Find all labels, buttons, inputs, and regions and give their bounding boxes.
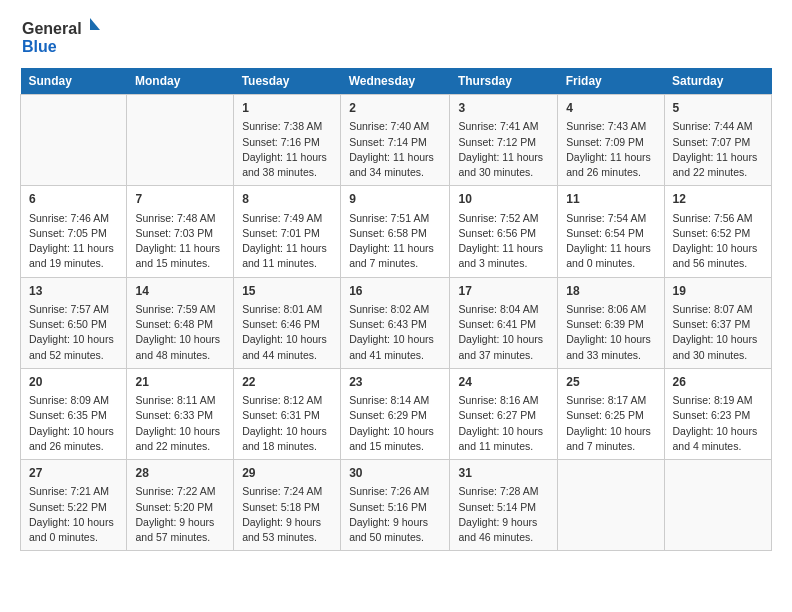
week-row-5: 27Sunrise: 7:21 AM Sunset: 5:22 PM Dayli… (21, 460, 772, 551)
day-number: 21 (135, 374, 225, 391)
logo: GeneralBlue (20, 16, 100, 56)
cell-info: Sunrise: 7:44 AM Sunset: 7:07 PM Dayligh… (673, 119, 764, 180)
day-number: 11 (566, 191, 655, 208)
cell-info: Sunrise: 7:28 AM Sunset: 5:14 PM Dayligh… (458, 484, 549, 545)
day-number: 8 (242, 191, 332, 208)
calendar-cell: 25Sunrise: 8:17 AM Sunset: 6:25 PM Dayli… (558, 368, 664, 459)
day-number: 17 (458, 283, 549, 300)
calendar-cell: 18Sunrise: 8:06 AM Sunset: 6:39 PM Dayli… (558, 277, 664, 368)
day-header-saturday: Saturday (664, 68, 772, 95)
calendar-cell (558, 460, 664, 551)
day-number: 9 (349, 191, 441, 208)
cell-info: Sunrise: 7:22 AM Sunset: 5:20 PM Dayligh… (135, 484, 225, 545)
day-number: 29 (242, 465, 332, 482)
svg-marker-1 (90, 18, 100, 30)
calendar-cell: 7Sunrise: 7:48 AM Sunset: 7:03 PM Daylig… (127, 186, 234, 277)
calendar-cell: 3Sunrise: 7:41 AM Sunset: 7:12 PM Daylig… (450, 95, 558, 186)
day-header-monday: Monday (127, 68, 234, 95)
calendar-cell: 22Sunrise: 8:12 AM Sunset: 6:31 PM Dayli… (234, 368, 341, 459)
cell-info: Sunrise: 8:17 AM Sunset: 6:25 PM Dayligh… (566, 393, 655, 454)
day-header-friday: Friday (558, 68, 664, 95)
day-number: 5 (673, 100, 764, 117)
cell-info: Sunrise: 8:09 AM Sunset: 6:35 PM Dayligh… (29, 393, 118, 454)
day-number: 15 (242, 283, 332, 300)
calendar-cell: 15Sunrise: 8:01 AM Sunset: 6:46 PM Dayli… (234, 277, 341, 368)
day-number: 13 (29, 283, 118, 300)
cell-info: Sunrise: 8:14 AM Sunset: 6:29 PM Dayligh… (349, 393, 441, 454)
cell-info: Sunrise: 7:52 AM Sunset: 6:56 PM Dayligh… (458, 211, 549, 272)
calendar-cell: 1Sunrise: 7:38 AM Sunset: 7:16 PM Daylig… (234, 95, 341, 186)
calendar-cell: 31Sunrise: 7:28 AM Sunset: 5:14 PM Dayli… (450, 460, 558, 551)
cell-info: Sunrise: 8:06 AM Sunset: 6:39 PM Dayligh… (566, 302, 655, 363)
cell-info: Sunrise: 7:40 AM Sunset: 7:14 PM Dayligh… (349, 119, 441, 180)
cell-info: Sunrise: 8:04 AM Sunset: 6:41 PM Dayligh… (458, 302, 549, 363)
cell-info: Sunrise: 7:59 AM Sunset: 6:48 PM Dayligh… (135, 302, 225, 363)
cell-info: Sunrise: 7:21 AM Sunset: 5:22 PM Dayligh… (29, 484, 118, 545)
day-number: 10 (458, 191, 549, 208)
week-row-2: 6Sunrise: 7:46 AM Sunset: 7:05 PM Daylig… (21, 186, 772, 277)
week-row-1: 1Sunrise: 7:38 AM Sunset: 7:16 PM Daylig… (21, 95, 772, 186)
day-number: 12 (673, 191, 764, 208)
cell-info: Sunrise: 7:57 AM Sunset: 6:50 PM Dayligh… (29, 302, 118, 363)
day-number: 24 (458, 374, 549, 391)
day-number: 31 (458, 465, 549, 482)
header: GeneralBlue (20, 16, 772, 56)
cell-info: Sunrise: 7:54 AM Sunset: 6:54 PM Dayligh… (566, 211, 655, 272)
calendar-cell: 11Sunrise: 7:54 AM Sunset: 6:54 PM Dayli… (558, 186, 664, 277)
cell-info: Sunrise: 8:11 AM Sunset: 6:33 PM Dayligh… (135, 393, 225, 454)
day-number: 2 (349, 100, 441, 117)
calendar-cell: 5Sunrise: 7:44 AM Sunset: 7:07 PM Daylig… (664, 95, 772, 186)
day-number: 4 (566, 100, 655, 117)
calendar-cell: 21Sunrise: 8:11 AM Sunset: 6:33 PM Dayli… (127, 368, 234, 459)
calendar-cell: 17Sunrise: 8:04 AM Sunset: 6:41 PM Dayli… (450, 277, 558, 368)
calendar-cell: 4Sunrise: 7:43 AM Sunset: 7:09 PM Daylig… (558, 95, 664, 186)
day-number: 20 (29, 374, 118, 391)
calendar-cell: 10Sunrise: 7:52 AM Sunset: 6:56 PM Dayli… (450, 186, 558, 277)
cell-info: Sunrise: 7:38 AM Sunset: 7:16 PM Dayligh… (242, 119, 332, 180)
calendar-cell: 24Sunrise: 8:16 AM Sunset: 6:27 PM Dayli… (450, 368, 558, 459)
cell-info: Sunrise: 8:01 AM Sunset: 6:46 PM Dayligh… (242, 302, 332, 363)
day-number: 19 (673, 283, 764, 300)
calendar-cell: 13Sunrise: 7:57 AM Sunset: 6:50 PM Dayli… (21, 277, 127, 368)
day-number: 30 (349, 465, 441, 482)
calendar-cell: 16Sunrise: 8:02 AM Sunset: 6:43 PM Dayli… (341, 277, 450, 368)
logo-svg: GeneralBlue (20, 16, 100, 56)
calendar-cell: 26Sunrise: 8:19 AM Sunset: 6:23 PM Dayli… (664, 368, 772, 459)
cell-info: Sunrise: 7:43 AM Sunset: 7:09 PM Dayligh… (566, 119, 655, 180)
calendar-cell (664, 460, 772, 551)
cell-info: Sunrise: 7:46 AM Sunset: 7:05 PM Dayligh… (29, 211, 118, 272)
cell-info: Sunrise: 7:24 AM Sunset: 5:18 PM Dayligh… (242, 484, 332, 545)
svg-text:General: General (22, 20, 82, 37)
calendar-cell: 28Sunrise: 7:22 AM Sunset: 5:20 PM Dayli… (127, 460, 234, 551)
calendar-cell: 9Sunrise: 7:51 AM Sunset: 6:58 PM Daylig… (341, 186, 450, 277)
week-row-4: 20Sunrise: 8:09 AM Sunset: 6:35 PM Dayli… (21, 368, 772, 459)
cell-info: Sunrise: 8:07 AM Sunset: 6:37 PM Dayligh… (673, 302, 764, 363)
cell-info: Sunrise: 7:26 AM Sunset: 5:16 PM Dayligh… (349, 484, 441, 545)
header-row: SundayMondayTuesdayWednesdayThursdayFrid… (21, 68, 772, 95)
calendar-cell: 23Sunrise: 8:14 AM Sunset: 6:29 PM Dayli… (341, 368, 450, 459)
calendar-cell: 14Sunrise: 7:59 AM Sunset: 6:48 PM Dayli… (127, 277, 234, 368)
day-number: 22 (242, 374, 332, 391)
calendar-cell: 2Sunrise: 7:40 AM Sunset: 7:14 PM Daylig… (341, 95, 450, 186)
day-number: 6 (29, 191, 118, 208)
cell-info: Sunrise: 7:41 AM Sunset: 7:12 PM Dayligh… (458, 119, 549, 180)
calendar-cell: 6Sunrise: 7:46 AM Sunset: 7:05 PM Daylig… (21, 186, 127, 277)
calendar-cell: 19Sunrise: 8:07 AM Sunset: 6:37 PM Dayli… (664, 277, 772, 368)
cell-info: Sunrise: 7:51 AM Sunset: 6:58 PM Dayligh… (349, 211, 441, 272)
day-header-wednesday: Wednesday (341, 68, 450, 95)
calendar-cell: 27Sunrise: 7:21 AM Sunset: 5:22 PM Dayli… (21, 460, 127, 551)
day-number: 3 (458, 100, 549, 117)
day-header-sunday: Sunday (21, 68, 127, 95)
day-number: 7 (135, 191, 225, 208)
calendar-cell: 30Sunrise: 7:26 AM Sunset: 5:16 PM Dayli… (341, 460, 450, 551)
cell-info: Sunrise: 8:02 AM Sunset: 6:43 PM Dayligh… (349, 302, 441, 363)
day-number: 25 (566, 374, 655, 391)
day-number: 16 (349, 283, 441, 300)
calendar-table: SundayMondayTuesdayWednesdayThursdayFrid… (20, 68, 772, 551)
day-number: 26 (673, 374, 764, 391)
day-number: 14 (135, 283, 225, 300)
cell-info: Sunrise: 8:19 AM Sunset: 6:23 PM Dayligh… (673, 393, 764, 454)
calendar-cell (127, 95, 234, 186)
day-number: 27 (29, 465, 118, 482)
cell-info: Sunrise: 7:48 AM Sunset: 7:03 PM Dayligh… (135, 211, 225, 272)
